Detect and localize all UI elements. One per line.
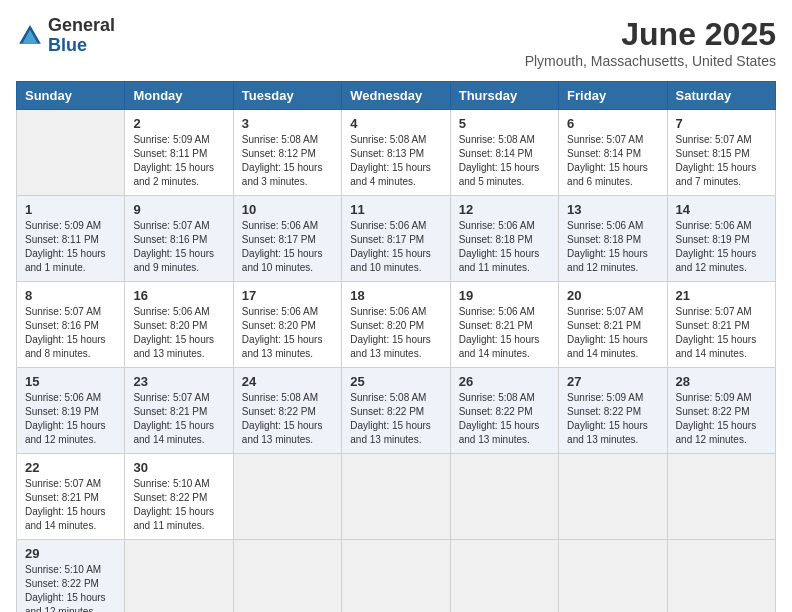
col-thursday: Thursday — [450, 82, 558, 110]
day-number: 26 — [459, 374, 550, 389]
day-number: 5 — [459, 116, 550, 131]
day-number: 27 — [567, 374, 658, 389]
day-info: Sunrise: 5:06 AM Sunset: 8:20 PM Dayligh… — [133, 305, 224, 361]
table-row: 9Sunrise: 5:07 AM Sunset: 8:16 PM Daylig… — [125, 196, 233, 282]
calendar-week-row: 2Sunrise: 5:09 AM Sunset: 8:11 PM Daylig… — [17, 110, 776, 196]
day-info: Sunrise: 5:06 AM Sunset: 8:17 PM Dayligh… — [242, 219, 333, 275]
table-row: 2Sunrise: 5:09 AM Sunset: 8:11 PM Daylig… — [125, 110, 233, 196]
day-info: Sunrise: 5:08 AM Sunset: 8:14 PM Dayligh… — [459, 133, 550, 189]
day-number: 16 — [133, 288, 224, 303]
day-info: Sunrise: 5:06 AM Sunset: 8:20 PM Dayligh… — [350, 305, 441, 361]
day-info: Sunrise: 5:06 AM Sunset: 8:18 PM Dayligh… — [459, 219, 550, 275]
day-info: Sunrise: 5:06 AM Sunset: 8:19 PM Dayligh… — [676, 219, 767, 275]
table-row — [450, 454, 558, 540]
table-row — [233, 540, 341, 613]
table-row — [233, 454, 341, 540]
day-number: 30 — [133, 460, 224, 475]
day-number: 1 — [25, 202, 116, 217]
day-number: 21 — [676, 288, 767, 303]
table-row: 23Sunrise: 5:07 AM Sunset: 8:21 PM Dayli… — [125, 368, 233, 454]
table-row: 3Sunrise: 5:08 AM Sunset: 8:12 PM Daylig… — [233, 110, 341, 196]
day-number: 9 — [133, 202, 224, 217]
table-row: 16Sunrise: 5:06 AM Sunset: 8:20 PM Dayli… — [125, 282, 233, 368]
logo: General Blue — [16, 16, 115, 56]
table-row: 17Sunrise: 5:06 AM Sunset: 8:20 PM Dayli… — [233, 282, 341, 368]
table-row: 28Sunrise: 5:09 AM Sunset: 8:22 PM Dayli… — [667, 368, 775, 454]
day-number: 7 — [676, 116, 767, 131]
table-row: 20Sunrise: 5:07 AM Sunset: 8:21 PM Dayli… — [559, 282, 667, 368]
calendar-week-row: 22Sunrise: 5:07 AM Sunset: 8:21 PM Dayli… — [17, 454, 776, 540]
table-row — [559, 454, 667, 540]
day-info: Sunrise: 5:06 AM Sunset: 8:21 PM Dayligh… — [459, 305, 550, 361]
table-row: 29Sunrise: 5:10 AM Sunset: 8:22 PM Dayli… — [17, 540, 125, 613]
day-info: Sunrise: 5:07 AM Sunset: 8:21 PM Dayligh… — [25, 477, 116, 533]
day-number: 2 — [133, 116, 224, 131]
day-info: Sunrise: 5:07 AM Sunset: 8:16 PM Dayligh… — [133, 219, 224, 275]
day-number: 8 — [25, 288, 116, 303]
table-row — [559, 540, 667, 613]
day-info: Sunrise: 5:07 AM Sunset: 8:21 PM Dayligh… — [676, 305, 767, 361]
table-row: 14Sunrise: 5:06 AM Sunset: 8:19 PM Dayli… — [667, 196, 775, 282]
day-number: 28 — [676, 374, 767, 389]
day-number: 29 — [25, 546, 116, 561]
day-info: Sunrise: 5:10 AM Sunset: 8:22 PM Dayligh… — [25, 563, 116, 612]
header: General Blue June 2025 Plymouth, Massach… — [16, 16, 776, 69]
table-row — [342, 454, 450, 540]
table-row — [342, 540, 450, 613]
calendar-week-row: 1Sunrise: 5:09 AM Sunset: 8:11 PM Daylig… — [17, 196, 776, 282]
day-info: Sunrise: 5:08 AM Sunset: 8:12 PM Dayligh… — [242, 133, 333, 189]
table-row: 8Sunrise: 5:07 AM Sunset: 8:16 PM Daylig… — [17, 282, 125, 368]
day-info: Sunrise: 5:09 AM Sunset: 8:11 PM Dayligh… — [133, 133, 224, 189]
day-info: Sunrise: 5:08 AM Sunset: 8:22 PM Dayligh… — [459, 391, 550, 447]
table-row: 27Sunrise: 5:09 AM Sunset: 8:22 PM Dayli… — [559, 368, 667, 454]
day-number: 10 — [242, 202, 333, 217]
day-info: Sunrise: 5:06 AM Sunset: 8:19 PM Dayligh… — [25, 391, 116, 447]
day-number: 6 — [567, 116, 658, 131]
day-number: 22 — [25, 460, 116, 475]
day-info: Sunrise: 5:09 AM Sunset: 8:22 PM Dayligh… — [567, 391, 658, 447]
col-sunday: Sunday — [17, 82, 125, 110]
table-row: 30Sunrise: 5:10 AM Sunset: 8:22 PM Dayli… — [125, 454, 233, 540]
col-tuesday: Tuesday — [233, 82, 341, 110]
table-row: 19Sunrise: 5:06 AM Sunset: 8:21 PM Dayli… — [450, 282, 558, 368]
logo-text: General Blue — [48, 16, 115, 56]
table-row — [667, 540, 775, 613]
col-saturday: Saturday — [667, 82, 775, 110]
table-row — [450, 540, 558, 613]
day-info: Sunrise: 5:09 AM Sunset: 8:22 PM Dayligh… — [676, 391, 767, 447]
day-info: Sunrise: 5:06 AM Sunset: 8:17 PM Dayligh… — [350, 219, 441, 275]
col-monday: Monday — [125, 82, 233, 110]
calendar-week-row: 29Sunrise: 5:10 AM Sunset: 8:22 PM Dayli… — [17, 540, 776, 613]
location-title: Plymouth, Massachusetts, United States — [525, 53, 776, 69]
table-row: 13Sunrise: 5:06 AM Sunset: 8:18 PM Dayli… — [559, 196, 667, 282]
logo-blue-text: Blue — [48, 35, 87, 55]
col-wednesday: Wednesday — [342, 82, 450, 110]
day-number: 12 — [459, 202, 550, 217]
day-number: 11 — [350, 202, 441, 217]
day-number: 17 — [242, 288, 333, 303]
table-row: 12Sunrise: 5:06 AM Sunset: 8:18 PM Dayli… — [450, 196, 558, 282]
table-row: 15Sunrise: 5:06 AM Sunset: 8:19 PM Dayli… — [17, 368, 125, 454]
day-number: 24 — [242, 374, 333, 389]
table-row: 18Sunrise: 5:06 AM Sunset: 8:20 PM Dayli… — [342, 282, 450, 368]
day-info: Sunrise: 5:06 AM Sunset: 8:18 PM Dayligh… — [567, 219, 658, 275]
day-info: Sunrise: 5:08 AM Sunset: 8:22 PM Dayligh… — [350, 391, 441, 447]
table-row: 22Sunrise: 5:07 AM Sunset: 8:21 PM Dayli… — [17, 454, 125, 540]
logo-icon — [16, 22, 44, 50]
table-row: 1Sunrise: 5:09 AM Sunset: 8:11 PM Daylig… — [17, 196, 125, 282]
table-row: 25Sunrise: 5:08 AM Sunset: 8:22 PM Dayli… — [342, 368, 450, 454]
day-number: 18 — [350, 288, 441, 303]
day-info: Sunrise: 5:07 AM Sunset: 8:15 PM Dayligh… — [676, 133, 767, 189]
table-row: 24Sunrise: 5:08 AM Sunset: 8:22 PM Dayli… — [233, 368, 341, 454]
day-number: 23 — [133, 374, 224, 389]
day-number: 25 — [350, 374, 441, 389]
table-row — [125, 540, 233, 613]
day-info: Sunrise: 5:07 AM Sunset: 8:21 PM Dayligh… — [133, 391, 224, 447]
table-row: 5Sunrise: 5:08 AM Sunset: 8:14 PM Daylig… — [450, 110, 558, 196]
col-friday: Friday — [559, 82, 667, 110]
table-row: 7Sunrise: 5:07 AM Sunset: 8:15 PM Daylig… — [667, 110, 775, 196]
calendar-week-row: 15Sunrise: 5:06 AM Sunset: 8:19 PM Dayli… — [17, 368, 776, 454]
table-row: 11Sunrise: 5:06 AM Sunset: 8:17 PM Dayli… — [342, 196, 450, 282]
month-title: June 2025 — [525, 16, 776, 53]
day-number: 4 — [350, 116, 441, 131]
